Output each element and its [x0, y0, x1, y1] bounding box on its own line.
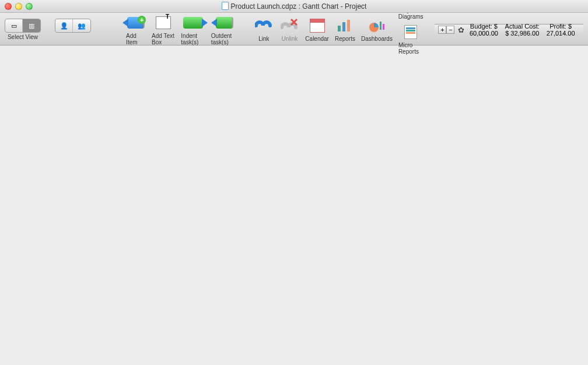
calendar-button[interactable]: Calendar	[305, 17, 329, 42]
add-row-button[interactable]: +	[438, 26, 446, 34]
calendar-icon	[307, 17, 327, 34]
indent-icon	[183, 17, 203, 29]
status-profit: Profit: $ 27,014.00	[541, 23, 580, 37]
minimize-window-button[interactable]	[15, 3, 22, 10]
indent-tasks-button[interactable]: Indent task(s)	[181, 14, 205, 45]
gear-icon[interactable]: ✿	[458, 26, 464, 34]
select-view-segment[interactable]: ▭ ▥	[5, 19, 41, 33]
add-item-icon: +	[127, 17, 145, 29]
toolbar: ▭ ▥ Select View 👤 👥 + Add Item T Add Tex…	[0, 13, 588, 45]
svg-rect-5	[383, 24, 384, 30]
micro-reports-button[interactable]: Micro Reports	[398, 23, 424, 55]
users-segment[interactable]: 👤 👥	[55, 19, 91, 33]
dashboards-icon	[367, 17, 387, 34]
remove-row-button[interactable]: −	[446, 26, 454, 34]
select-view-group: ▭ ▥ Select View	[5, 19, 41, 40]
unlink-icon	[279, 17, 299, 34]
svg-rect-4	[380, 22, 382, 30]
view-split-icon[interactable]: ▥	[23, 19, 40, 32]
zoom-window-button[interactable]	[26, 3, 33, 10]
window-title: Product Launch.cdpz : Gantt Chart - Proj…	[0, 2, 588, 10]
svg-rect-1	[342, 22, 345, 31]
status-bar: +− ✿ Budget: $ 60,000.00 Actual Cost: $ …	[435, 24, 583, 36]
status-budget: Budget: $ 60,000.00	[464, 23, 503, 37]
status-actual: Actual Cost: $ 32,986.00	[503, 23, 541, 37]
dashboards-button[interactable]: Dashboards	[361, 17, 393, 42]
link-icon	[254, 17, 274, 34]
reports-button[interactable]: Reports	[335, 17, 355, 42]
user-icon[interactable]: 👤	[55, 19, 73, 32]
document-icon	[222, 2, 229, 10]
link-button[interactable]: Link	[254, 17, 274, 42]
select-view-label: Select View	[8, 34, 38, 40]
plus-icon: +	[138, 16, 146, 24]
outdent-tasks-button[interactable]: Outdent task(s)	[211, 14, 239, 45]
svg-rect-0	[338, 26, 341, 31]
svg-rect-2	[347, 20, 350, 31]
add-text-box-button[interactable]: T Add Text Box	[152, 14, 175, 45]
micro-reports-icon	[401, 23, 421, 41]
user-check-icon[interactable]: 👥	[73, 19, 90, 32]
reports-icon	[335, 17, 355, 34]
unlink-button[interactable]: Unlink	[279, 17, 299, 42]
add-item-button[interactable]: + Add Item	[126, 14, 146, 45]
close-window-button[interactable]	[5, 3, 12, 10]
titlebar: Product Launch.cdpz : Gantt Chart - Proj…	[0, 0, 588, 13]
view-single-icon[interactable]: ▭	[5, 19, 23, 32]
outdent-icon	[216, 17, 233, 29]
